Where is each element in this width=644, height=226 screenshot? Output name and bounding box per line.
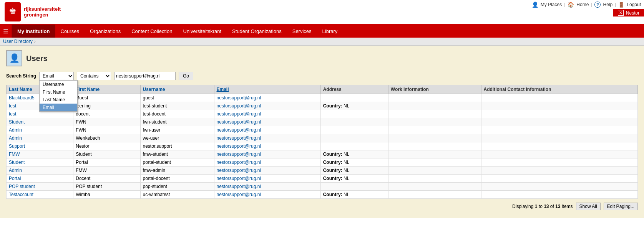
user-link[interactable]: Blackboard5 (9, 95, 35, 101)
nav-item-library[interactable]: Library (317, 25, 343, 38)
table-cell[interactable]: nestorsupport@rug.nl (214, 142, 320, 150)
table-cell[interactable]: FMW (7, 150, 73, 158)
person-icon: 👤 (532, 2, 538, 8)
user-link[interactable]: test (9, 111, 16, 117)
table-cell[interactable]: nestorsupport@rug.nl (214, 183, 320, 191)
nestor-badge: ✕ Nestor (613, 9, 644, 16)
email-link[interactable]: nestorsupport@rug.nl (217, 152, 261, 157)
col-username[interactable]: Username (140, 85, 214, 94)
table-cell: FWN (73, 126, 140, 134)
table-cell[interactable]: Admin (7, 167, 73, 175)
nestor-close-icon[interactable]: ✕ (618, 10, 624, 16)
table-cell (388, 167, 481, 175)
table-cell: pop-student (140, 183, 214, 191)
email-link[interactable]: nestorsupport@rug.nl (217, 135, 261, 141)
table-cell[interactable]: Portal (7, 175, 73, 183)
logo-line2: groningen (24, 12, 61, 18)
table-cell (481, 183, 638, 191)
table-cell: Portal (73, 158, 140, 167)
table-cell[interactable]: nestorsupport@rug.nl (214, 126, 320, 134)
table-cell[interactable]: nestorsupport@rug.nl (214, 191, 320, 199)
search-input[interactable] (114, 72, 176, 80)
email-link[interactable]: nestorsupport@rug.nl (217, 184, 261, 189)
user-link[interactable]: Admin (9, 168, 22, 173)
user-link[interactable]: Admin (9, 127, 22, 133)
table-cell (388, 102, 481, 110)
logout-link[interactable]: Logout (627, 2, 641, 7)
nav-item-services[interactable]: Services (287, 25, 317, 38)
user-link[interactable]: Admin (9, 135, 22, 141)
user-link[interactable]: POP student (9, 184, 35, 189)
table-cell[interactable]: nestorsupport@rug.nl (214, 118, 320, 126)
table-cell: Country: NL (320, 158, 388, 167)
breadcrumb: User Directory › (0, 38, 644, 46)
email-link[interactable]: nestorsupport@rug.nl (217, 176, 261, 181)
svg-text:♚: ♚ (9, 6, 17, 16)
help-link[interactable]: Help (603, 2, 612, 7)
nav-item-courses[interactable]: Courses (55, 25, 85, 38)
table-cell[interactable]: Admin (7, 126, 73, 134)
table-cell[interactable]: nestorsupport@rug.nl (214, 175, 320, 183)
table-cell[interactable]: nestorsupport@rug.nl (214, 150, 320, 158)
search-type-dropdown-menu[interactable]: Username First Name Last Name Email (39, 80, 78, 112)
dropdown-option-lastname[interactable]: Last Name (40, 96, 77, 104)
user-link[interactable]: Support (9, 144, 25, 149)
table-cell[interactable]: nestorsupport@rug.nl (214, 102, 320, 110)
home-link[interactable]: Home (576, 2, 589, 7)
table-cell[interactable]: Support (7, 142, 73, 150)
email-link[interactable]: nestorsupport@rug.nl (217, 103, 261, 109)
user-link[interactable]: Student (9, 119, 25, 125)
my-places-link[interactable]: My Places (541, 2, 562, 7)
dropdown-option-username[interactable]: Username (40, 81, 77, 88)
nav-toggle-icon[interactable]: ☰ (0, 25, 12, 38)
user-link[interactable]: Portal (9, 176, 21, 181)
email-link[interactable]: nestorsupport@rug.nl (217, 95, 261, 101)
table-cell[interactable]: Testaccount (7, 191, 73, 199)
table-cell[interactable]: nestorsupport@rug.nl (214, 110, 320, 118)
table-cell[interactable]: nestorsupport@rug.nl (214, 167, 320, 175)
col-first-name[interactable]: First Name (73, 85, 140, 94)
email-link[interactable]: nestorsupport@rug.nl (217, 168, 261, 173)
table-cell (481, 191, 638, 199)
email-link[interactable]: nestorsupport@rug.nl (217, 144, 261, 149)
table-cell[interactable]: nestorsupport@rug.nl (214, 158, 320, 167)
paging-text: Displaying 1 to 13 of 13 items (512, 204, 573, 209)
go-button[interactable]: Go (179, 72, 193, 80)
user-link[interactable]: Student (9, 160, 25, 165)
edit-paging-button[interactable]: Edit Paging... (604, 203, 638, 210)
table-cell[interactable]: nestorsupport@rug.nl (214, 94, 320, 102)
nav-item-content-collection[interactable]: Content Collection (126, 25, 178, 38)
email-link[interactable]: nestorsupport@rug.nl (217, 160, 261, 165)
user-link[interactable]: FMW (9, 152, 20, 157)
search-operator-select[interactable]: Contains Equal to Starts With (77, 72, 111, 80)
nav-item-universiteitskrant[interactable]: Universiteitskrant (178, 25, 227, 38)
table-cell[interactable]: POP student (7, 183, 73, 191)
table-cell[interactable]: Student (7, 158, 73, 167)
nav-item-student-organizations[interactable]: Student Organizations (227, 25, 287, 38)
table-cell (481, 94, 638, 102)
table-cell[interactable]: nestorsupport@rug.nl (214, 134, 320, 142)
search-type-select[interactable]: Username First Name Last Name Email (39, 72, 74, 80)
col-email[interactable]: Email (214, 85, 320, 94)
table-cell (388, 126, 481, 134)
table-cell (320, 118, 388, 126)
dropdown-option-firstname[interactable]: First Name (40, 88, 77, 96)
show-all-button[interactable]: Show All (576, 203, 601, 210)
nav-item-my-institution[interactable]: My Institution (12, 25, 55, 38)
table-cell[interactable]: Student (7, 118, 73, 126)
email-link[interactable]: nestorsupport@rug.nl (217, 111, 261, 117)
table-cell: portal-student (140, 158, 214, 167)
table-cell: test-docent (140, 110, 214, 118)
user-link[interactable]: Testaccount (9, 192, 33, 197)
user-link[interactable]: test (9, 103, 16, 109)
search-type-dropdown[interactable]: Username First Name Last Name Email User… (39, 72, 74, 80)
email-link[interactable]: nestorsupport@rug.nl (217, 127, 261, 133)
table-cell[interactable]: Admin (7, 134, 73, 142)
table-cell: fwn-user (140, 126, 214, 134)
breadcrumb-user-directory[interactable]: User Directory (3, 39, 33, 44)
dropdown-option-email[interactable]: Email (40, 104, 77, 111)
email-link[interactable]: nestorsupport@rug.nl (217, 119, 261, 125)
nav-item-organizations[interactable]: Organizations (85, 25, 126, 38)
email-link[interactable]: nestorsupport@rug.nl (217, 192, 261, 197)
table-cell: Nestor (73, 142, 140, 150)
